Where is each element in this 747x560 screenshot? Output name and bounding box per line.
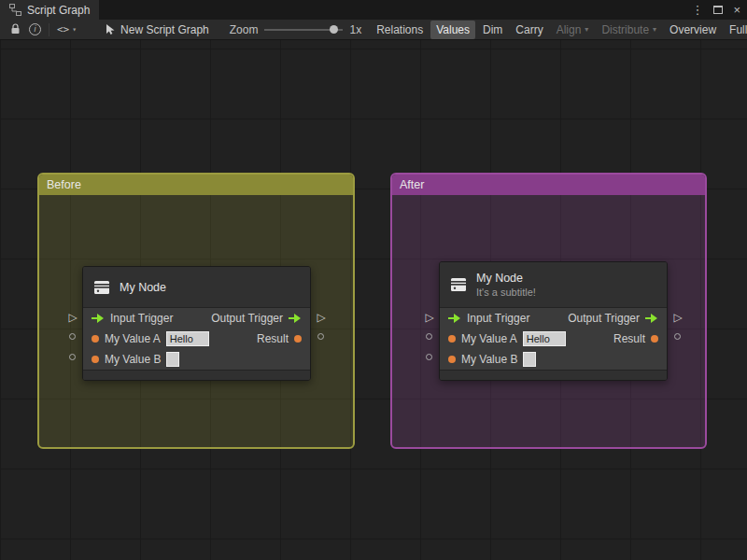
value-port-circle-icon[interactable] <box>426 354 432 360</box>
graph-name-label: New Script Graph <box>120 23 209 36</box>
distribute-button[interactable]: Distribute ▾ <box>596 21 662 39</box>
values-button[interactable]: Values <box>430 21 475 39</box>
distribute-label: Distribute <box>601 23 649 36</box>
info-icon[interactable]: i <box>29 23 41 35</box>
flow-port-triangle-icon[interactable]: ▷ <box>316 312 327 323</box>
port-row: My Value A Result <box>83 329 310 349</box>
fullscreen-button[interactable]: Full Screen <box>724 21 747 39</box>
kebab-menu-icon[interactable]: ⋮ <box>691 3 703 17</box>
value-a-label: My Value A <box>105 332 161 345</box>
zoom-slider[interactable] <box>264 24 343 35</box>
node-after-body: Input Trigger Output Trigger My Value A <box>440 308 667 370</box>
script-graph-icon <box>9 4 21 16</box>
node-before-footer <box>83 370 310 380</box>
value-port-icon[interactable] <box>294 335 302 343</box>
node-before[interactable]: My Node Input Trigger Output Trigger <box>82 266 311 381</box>
port-row: My Value B <box>83 349 310 370</box>
tab-strip: Script Graph ⋮ × <box>0 0 747 20</box>
value-a-label: My Value A <box>461 332 517 345</box>
toolbar-separator <box>49 23 49 36</box>
flow-in-icon[interactable] <box>92 314 105 323</box>
unit-icon <box>92 277 112 298</box>
value-a-field[interactable] <box>523 331 566 346</box>
graph-canvas[interactable]: Before After My Node <box>0 40 747 560</box>
input-trigger-label: Input Trigger <box>110 312 173 325</box>
port-row: My Value A Result <box>440 329 667 349</box>
graph-toolbar: i <> ▾ New Script Graph Zoom 1x Relation… <box>0 20 747 40</box>
port-row: My Value B <box>440 349 667 370</box>
output-trigger-label: Output Trigger <box>568 312 640 325</box>
node-after-footer <box>440 370 667 380</box>
cursor-icon <box>105 23 116 35</box>
zoom-value: 1x <box>349 23 361 36</box>
edit-script-button[interactable]: <> ▾ <box>57 23 77 35</box>
group-after-title: After <box>400 178 424 191</box>
dim-button[interactable]: Dim <box>477 21 508 39</box>
flow-out-icon[interactable] <box>289 314 302 323</box>
node-after-header[interactable]: My Node It's a subtitle! <box>440 262 667 308</box>
value-port-icon[interactable] <box>92 356 99 363</box>
node-subtitle: It's a subtitle! <box>476 287 536 298</box>
close-icon[interactable]: × <box>733 3 740 17</box>
unity-graph-window: Script Graph ⋮ × i <> ▾ New Script Graph <box>0 0 747 560</box>
flow-port-triangle-icon[interactable]: ▷ <box>672 312 684 323</box>
value-port-icon[interactable] <box>448 356 456 363</box>
value-port-icon[interactable] <box>651 335 658 343</box>
input-trigger-label: Input Trigger <box>467 312 529 325</box>
graph-breadcrumb[interactable]: New Script Graph <box>105 23 209 36</box>
flow-port-triangle-icon[interactable]: ▷ <box>67 312 78 323</box>
window-controls: ⋮ × <box>691 0 740 20</box>
value-port-circle-icon[interactable] <box>426 333 432 340</box>
unit-icon <box>448 274 469 295</box>
tab-title: Script Graph <box>27 4 90 17</box>
lock-icon[interactable] <box>7 21 23 38</box>
align-label: Align <box>557 23 582 36</box>
flow-in-icon[interactable] <box>448 314 461 323</box>
value-port-icon[interactable] <box>448 335 456 343</box>
align-button[interactable]: Align ▾ <box>551 21 595 39</box>
value-b-label: My Value B <box>461 353 517 366</box>
node-after[interactable]: My Node It's a subtitle! Input Trigger O… <box>439 261 668 381</box>
value-port-icon[interactable] <box>92 335 99 343</box>
chevron-down-icon: ▾ <box>585 25 588 34</box>
flow-out-icon[interactable] <box>645 314 658 323</box>
chevron-down-icon: ▾ <box>72 25 77 34</box>
group-before-header[interactable]: Before <box>39 175 353 195</box>
value-port-circle-icon[interactable] <box>674 333 681 340</box>
relations-button[interactable]: Relations <box>371 21 429 39</box>
node-title: My Node <box>476 272 536 285</box>
zoom-control: Zoom 1x <box>230 23 361 36</box>
zoom-label: Zoom <box>230 23 259 36</box>
code-icon: <> <box>57 23 69 35</box>
overview-button[interactable]: Overview <box>664 21 722 39</box>
tab-script-graph[interactable]: Script Graph <box>0 0 99 20</box>
maximize-icon[interactable] <box>713 6 723 14</box>
node-title: My Node <box>120 281 166 294</box>
flow-port-triangle-icon[interactable]: ▷ <box>424 312 435 323</box>
node-before-body: Input Trigger Output Trigger My Value A <box>83 308 310 370</box>
carry-button[interactable]: Carry <box>510 21 548 39</box>
value-b-field[interactable] <box>166 352 179 367</box>
result-label: Result <box>613 332 645 345</box>
port-row: Input Trigger Output Trigger <box>440 308 667 329</box>
value-port-circle-icon[interactable] <box>317 333 324 340</box>
zoom-slider-knob[interactable] <box>330 25 338 34</box>
group-before-title: Before <box>47 178 81 191</box>
toolbar-buttons: Relations Values Dim Carry Align ▾ Distr… <box>371 21 747 39</box>
port-row: Input Trigger Output Trigger <box>83 308 310 329</box>
group-after-header[interactable]: After <box>392 175 705 195</box>
node-before-header[interactable]: My Node <box>83 267 310 308</box>
chevron-down-icon: ▾ <box>653 25 656 34</box>
value-a-field[interactable] <box>166 331 209 346</box>
result-label: Result <box>257 332 289 345</box>
value-port-circle-icon[interactable] <box>69 354 76 360</box>
value-b-label: My Value B <box>105 353 161 366</box>
output-trigger-label: Output Trigger <box>211 312 283 325</box>
value-port-circle-icon[interactable] <box>69 333 76 340</box>
value-b-field[interactable] <box>523 352 536 367</box>
